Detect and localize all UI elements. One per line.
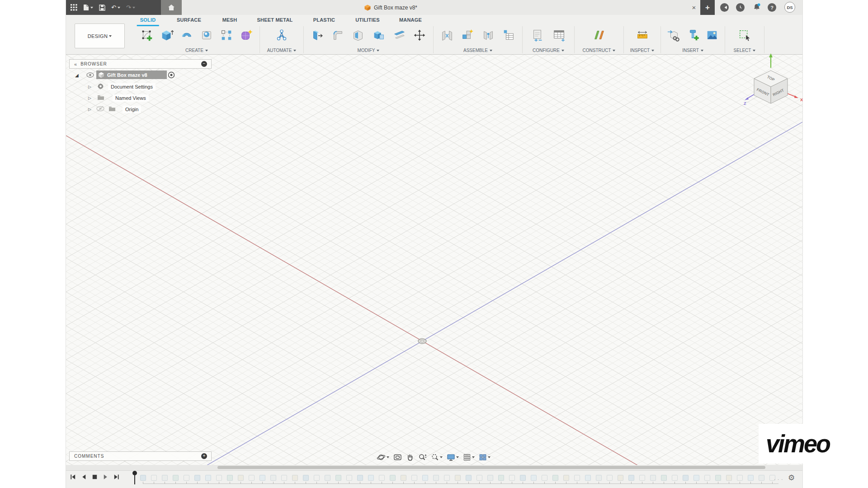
timeline-feature-icon[interactable] <box>661 475 667 481</box>
browser-item-document-settings[interactable]: ▷ Document Settings <box>69 81 212 92</box>
timeline-feature-icon[interactable] <box>607 475 613 481</box>
timeline-feature-icon[interactable] <box>357 475 363 481</box>
timeline-feature-icon[interactable] <box>552 475 558 481</box>
insert-menu[interactable]: INSERT <box>682 48 703 53</box>
help-icon[interactable]: ? <box>768 3 776 12</box>
shell-icon[interactable] <box>351 28 365 42</box>
tab-sheet-metal[interactable]: SHEET METAL <box>257 17 293 24</box>
timeline-feature-icon[interactable] <box>259 475 265 481</box>
timeline-feature-icon[interactable] <box>390 475 396 481</box>
revolve-icon[interactable] <box>180 28 193 42</box>
timeline-feature-icon[interactable] <box>227 475 233 481</box>
tab-solid[interactable]: SOLID <box>140 17 156 24</box>
item-label[interactable]: Origin <box>123 106 141 113</box>
joint-icon[interactable] <box>461 28 474 42</box>
browser-root-row[interactable]: ◢ Gift Box maze v8 <box>69 70 212 81</box>
timeline-feature-icon[interactable] <box>487 475 493 481</box>
timeline-feature-icon[interactable] <box>411 475 417 481</box>
press-pull-icon[interactable] <box>311 28 324 42</box>
pan-button[interactable] <box>406 453 414 461</box>
minimize-panel-icon[interactable]: − <box>201 61 207 67</box>
timeline-feature-icon[interactable] <box>704 475 710 481</box>
close-document-icon[interactable]: × <box>689 0 699 15</box>
browser-item-origin[interactable]: ▷ Origin <box>69 103 212 115</box>
app-launcher-icon[interactable] <box>71 4 77 11</box>
timeline-feature-icon[interactable] <box>737 475 743 481</box>
timeline-feature-icon[interactable] <box>693 475 699 481</box>
modify-menu[interactable]: MODIFY <box>358 48 380 53</box>
item-label[interactable]: Named Views <box>113 94 149 102</box>
collapsed-arrow-icon[interactable]: ▷ <box>88 96 91 100</box>
workspace-selector[interactable]: DESIGN <box>75 23 125 48</box>
timeline-feature-icon[interactable] <box>715 475 721 481</box>
split-body-icon[interactable] <box>392 28 406 42</box>
timeline-feature-icon[interactable] <box>672 475 678 481</box>
tab-utilities[interactable]: UTILITIES <box>355 17 380 24</box>
timeline-feature-icon[interactable] <box>639 475 645 481</box>
timeline-feature-icon[interactable] <box>748 475 754 481</box>
item-label[interactable]: Document Settings <box>108 83 156 90</box>
construct-menu[interactable]: CONSTRUCT <box>583 48 616 53</box>
timeline-feature-icon[interactable] <box>270 475 276 481</box>
timeline-feature-icon[interactable] <box>596 475 602 481</box>
timeline-settings-gear-icon[interactable]: ⚙ <box>788 473 795 483</box>
select-window-icon[interactable] <box>738 28 751 42</box>
timeline-feature-icon[interactable] <box>476 475 482 481</box>
tab-mesh[interactable]: MESH <box>222 17 237 24</box>
tab-surface[interactable]: SURFACE <box>177 17 201 24</box>
bom-icon[interactable] <box>502 28 515 42</box>
vimeo-logo[interactable]: vimeo <box>766 429 830 458</box>
timeline-feature-icon[interactable] <box>303 475 309 481</box>
add-comment-icon[interactable]: + <box>201 453 207 459</box>
step-forward-button[interactable] <box>102 474 109 480</box>
timeline-feature-icon[interactable] <box>173 475 179 481</box>
home-tab[interactable] <box>161 0 182 15</box>
timeline-feature-icon[interactable] <box>162 475 168 481</box>
rectangular-pattern-icon[interactable] <box>220 28 233 42</box>
measure-icon[interactable] <box>636 28 649 42</box>
document-tab[interactable]: Gift Box maze v8* <box>364 0 417 15</box>
create-form-icon[interactable] <box>240 28 253 42</box>
go-to-start-button[interactable] <box>70 474 76 480</box>
configuration-table-icon[interactable] <box>552 28 566 42</box>
timeline-feature-icon[interactable] <box>650 475 656 481</box>
timeline-feature-icon[interactable] <box>216 475 222 481</box>
configure-design-icon[interactable] <box>531 28 544 42</box>
timeline-feature-icon[interactable] <box>368 475 374 481</box>
timeline-feature-icon[interactable] <box>401 475 406 481</box>
collapsed-arrow-icon[interactable]: ▷ <box>88 107 91 112</box>
new-document-tab[interactable]: + <box>700 0 715 15</box>
inspect-menu[interactable]: INSPECT <box>630 48 654 53</box>
display-settings-button[interactable] <box>447 453 459 461</box>
model-canvas[interactable] <box>66 55 802 465</box>
browser-item-named-views[interactable]: ▷ Named Views <box>69 92 212 103</box>
play-stop-button[interactable] <box>91 474 98 480</box>
timeline-feature-icon[interactable] <box>140 475 146 481</box>
timeline-feature-icon[interactable] <box>238 475 244 481</box>
step-back-button[interactable] <box>80 474 87 480</box>
expand-arrow-icon[interactable]: ◢ <box>75 73 79 78</box>
insert-canvas-icon[interactable] <box>705 28 719 42</box>
view-cube[interactable]: Z X TOP FRONT RIGHT <box>743 51 807 112</box>
notifications-icon[interactable] <box>752 3 761 14</box>
tab-manage[interactable]: MANAGE <box>399 17 422 24</box>
avatar[interactable]: DS <box>784 2 795 13</box>
timeline-feature-icon[interactable] <box>249 475 255 481</box>
origin-marker[interactable] <box>418 339 426 344</box>
timeline-feature-icon[interactable] <box>563 475 569 481</box>
comments-panel-header[interactable]: COMMENTS + <box>69 451 212 461</box>
construction-plane-icon[interactable] <box>592 28 606 42</box>
timeline-feature-icon[interactable] <box>292 475 298 481</box>
timeline-feature-icon[interactable] <box>542 475 547 481</box>
new-component-icon[interactable] <box>440 28 454 42</box>
timeline-feature-icon[interactable] <box>466 475 472 481</box>
timeline-feature-icon[interactable] <box>683 475 689 481</box>
look-at-button[interactable] <box>393 453 402 461</box>
create-sketch-icon[interactable] <box>140 28 154 42</box>
timeline-feature-icon[interactable] <box>194 475 200 481</box>
hole-icon[interactable] <box>200 28 213 42</box>
redo-icon[interactable]: ↷ <box>126 5 135 10</box>
job-status-icon[interactable] <box>736 3 745 12</box>
viewports-button[interactable] <box>479 453 491 461</box>
insert-fastener-icon[interactable] <box>686 28 700 42</box>
